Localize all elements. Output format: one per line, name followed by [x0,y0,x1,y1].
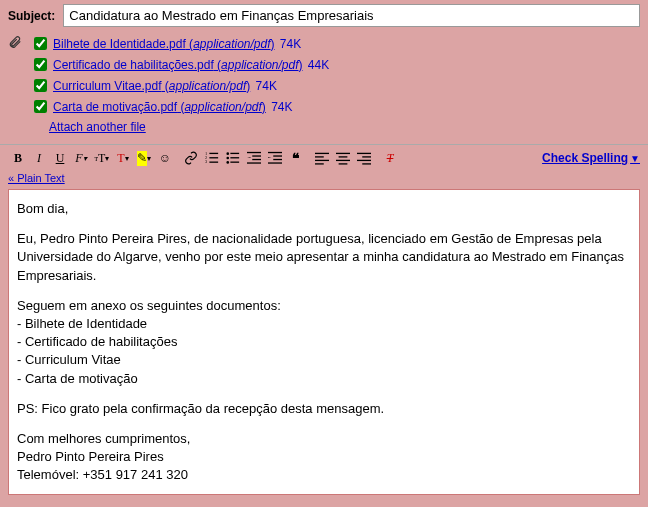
align-left-button[interactable] [312,149,332,167]
message-body-editor[interactable]: Bom dia, Eu, Pedro Pinto Pereira Pires, … [8,189,640,495]
subject-label: Subject: [8,9,55,23]
svg-point-8 [226,161,229,164]
svg-point-6 [226,152,229,155]
svg-rect-23 [315,163,324,164]
body-text: - Curriculum Vitae [17,351,631,369]
italic-button[interactable]: I [29,149,49,167]
indent-button[interactable] [265,149,285,167]
attachment-size: 74K [252,79,277,93]
font-button[interactable]: F▾ [71,149,91,167]
svg-rect-28 [357,153,371,154]
attachment-link[interactable]: Carta de motivação.pdf (application/pdf) [53,100,266,114]
svg-rect-16 [268,152,282,153]
svg-rect-22 [315,160,329,161]
svg-rect-1 [209,157,218,158]
emoji-button[interactable]: ☺ [155,149,175,167]
svg-rect-30 [357,160,371,161]
attachment-checkbox[interactable] [34,100,47,113]
plain-text-link[interactable]: « Plain Text [8,172,65,184]
svg-rect-12 [247,152,261,153]
svg-rect-31 [362,163,371,164]
attach-another-link[interactable]: Attach another file [30,117,146,140]
quote-button[interactable]: ❝ [286,149,306,167]
attachment-size: 44K [305,58,330,72]
body-text: Com melhores cumprimentos, [17,430,631,448]
svg-rect-29 [362,156,371,157]
font-size-button[interactable]: тT▾ [92,149,112,167]
bold-button[interactable]: B [8,149,28,167]
svg-rect-18 [273,159,282,160]
body-text: Eu, Pedro Pinto Pereira Pires, de nacion… [17,230,631,285]
svg-point-7 [226,157,229,160]
body-text: PS: Fico grato pela confirmação da recep… [17,400,631,418]
attachment-checkbox[interactable] [34,58,47,71]
body-text: - Certificado de habilitações [17,333,631,351]
svg-rect-15 [247,162,261,163]
body-text: Pedro Pinto Pereira Pires [17,448,631,466]
subject-input[interactable] [63,4,640,27]
formatting-toolbar: B I U F▾ тT▾ T▾ ✎▾ ☺ 123 ❝ T [8,149,400,167]
align-center-button[interactable] [333,149,353,167]
paperclip-icon [8,35,22,52]
svg-rect-2 [209,162,218,163]
align-right-button[interactable] [354,149,374,167]
svg-rect-19 [268,162,282,163]
attachment-size: 74K [268,100,293,114]
svg-rect-14 [252,159,261,160]
link-button[interactable] [181,149,201,167]
body-text: - Carta de motivação [17,370,631,388]
svg-rect-17 [273,155,282,156]
body-text: Telemóvel: +351 917 241 320 [17,466,631,484]
attachment-row: Carta de motivação.pdf (application/pdf)… [30,96,640,117]
svg-rect-26 [336,160,350,161]
body-text: Seguem em anexo os seguintes documentos: [17,297,631,315]
svg-rect-13 [252,155,261,156]
text-color-button[interactable]: T▾ [113,149,133,167]
svg-rect-24 [336,153,350,154]
attachment-link[interactable]: Bilhete de Identidade.pdf (application/p… [53,37,275,51]
svg-text:3: 3 [205,159,208,164]
bullet-list-button[interactable] [223,149,243,167]
attachment-row: Bilhete de Identidade.pdf (application/p… [30,33,640,54]
attachment-checkbox[interactable] [34,79,47,92]
underline-button[interactable]: U [50,149,70,167]
svg-rect-25 [339,156,348,157]
outdent-button[interactable] [244,149,264,167]
svg-rect-10 [230,157,239,158]
attachment-link[interactable]: Certificado de habilitações.pdf (applica… [53,58,303,72]
body-text: Bom dia, [17,200,631,218]
numbered-list-button[interactable]: 123 [202,149,222,167]
svg-rect-21 [315,156,324,157]
remove-format-button[interactable]: T [380,149,400,167]
attachment-row: Curriculum Vitae.pdf (application/pdf) 7… [30,75,640,96]
highlight-button[interactable]: ✎▾ [134,149,154,167]
attachment-checkbox[interactable] [34,37,47,50]
svg-rect-27 [339,163,348,164]
chevron-down-icon: ▼ [630,153,640,164]
svg-rect-0 [209,153,218,154]
attachment-link[interactable]: Curriculum Vitae.pdf (application/pdf) [53,79,250,93]
svg-rect-20 [315,153,329,154]
body-text: - Bilhete de Identidade [17,315,631,333]
attachment-size: 74K [277,37,302,51]
attachment-row: Certificado de habilitações.pdf (applica… [30,54,640,75]
check-spelling-link[interactable]: Check Spelling▼ [542,151,640,165]
svg-rect-11 [230,162,239,163]
svg-rect-9 [230,153,239,154]
